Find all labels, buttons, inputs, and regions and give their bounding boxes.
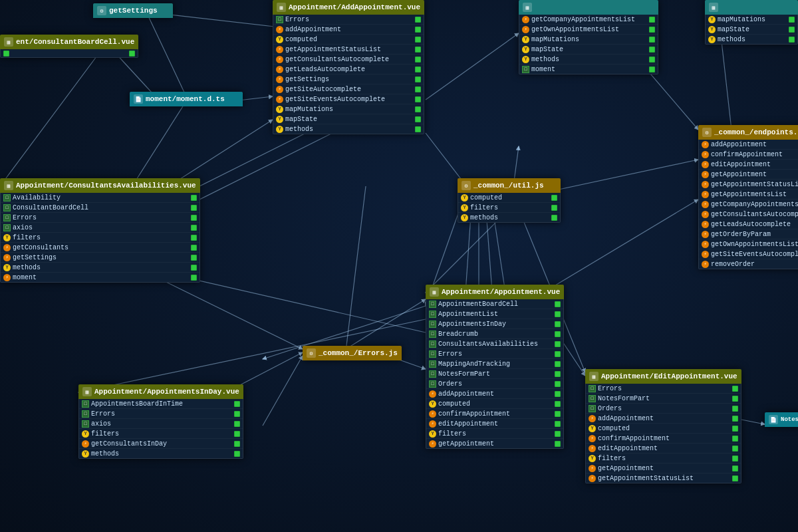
port-out: [555, 431, 561, 437]
node-commonUtil: ⚙ _common_/util.js Ycomputed Yfilters Ym…: [458, 178, 561, 223]
node-row: □NotesFormPart: [586, 394, 741, 404]
icon: □: [3, 214, 11, 221]
icon: □: [522, 66, 529, 73]
icon: ⚡: [429, 440, 436, 448]
node-body: YmapMutations YmapState Ymethods: [705, 15, 798, 45]
node-appointmentsInDay: ▦ Appointment/AppointmentsInDay.vue □App…: [78, 384, 243, 459]
port-out: [555, 331, 561, 337]
icon: ⚡: [702, 231, 709, 238]
node-header: ▦ Appointment/ConsultantsAvailabilities.…: [0, 178, 200, 193]
node-getSettings: ⚙ getSettings: [93, 3, 173, 18]
icon: ⚡: [3, 274, 11, 281]
port-out: [234, 421, 240, 427]
node-row: ⚡confirmAppointment: [586, 434, 741, 444]
icon: □: [429, 301, 436, 308]
port-out: [191, 235, 197, 241]
icon: Y: [276, 126, 283, 133]
port-out: [649, 17, 655, 23]
icon: Y: [522, 56, 529, 63]
icon: Y: [429, 430, 436, 438]
node-row: ⚡getAppointmentStatusList: [586, 473, 741, 483]
node-notesRef: 📄 Notes/NotesF...: [765, 412, 798, 427]
icon: ⚡: [276, 66, 283, 73]
port-out: [551, 215, 557, 221]
port-out: [732, 396, 738, 402]
port-out: [732, 406, 738, 412]
icon: ⚡: [589, 465, 596, 472]
node-body: □Availability □ConsultantBoardCell □Erro…: [0, 193, 200, 283]
node-row: Ymethods: [706, 35, 797, 44]
node-row: ⚡getOwnAppointmentsList: [519, 25, 658, 35]
node-row: Ymethods: [519, 55, 658, 65]
port-out: [234, 451, 240, 457]
node-body: Ycomputed Yfilters Ymethods: [458, 193, 561, 223]
node-row: ⚡getSiteAutocomplete: [273, 84, 424, 94]
node-row: □AppointmentsBoardInTime: [79, 399, 243, 409]
icon: □: [3, 194, 11, 201]
node-row: □ConsultantsAvailabilities: [426, 339, 563, 349]
node-icon: 📄: [134, 94, 143, 104]
node-row: □Errors: [79, 409, 243, 419]
node-header: ⚙ _common_/util.js: [458, 178, 561, 193]
icon: Y: [3, 264, 11, 271]
port-out: [234, 411, 240, 417]
node-row: □MappingAndTracking: [426, 359, 563, 369]
node-row: Ymethods: [273, 124, 424, 134]
port-out: [191, 265, 197, 271]
icon: ⚡: [702, 171, 709, 178]
icon: ⚡: [276, 76, 283, 83]
node-icon: ▦: [4, 181, 13, 190]
icon: Y: [276, 116, 283, 123]
port-out: [732, 386, 738, 392]
node-row: ⚡getConsultantsAutocomplete: [699, 209, 798, 219]
port-out: [191, 255, 197, 261]
port-out: [415, 96, 421, 102]
port-out: [415, 57, 421, 63]
svg-line-20: [346, 299, 426, 349]
port-out: [555, 351, 561, 357]
node-header: ⚙ _common_/Errors.js: [303, 346, 402, 360]
node-title: _common_/util.js: [473, 182, 544, 190]
port-out: [649, 47, 655, 53]
node-row: □AppointmentList: [426, 309, 563, 319]
node-icon: ⚙: [307, 348, 316, 358]
node-body: □Errors □NotesFormPart □Orders ⚡addAppoi…: [585, 384, 741, 483]
node-row: □NotesFormPart: [426, 369, 563, 379]
node-row: ⚡getLeadsAutocomplete: [699, 219, 798, 229]
icon: ⚡: [702, 261, 709, 268]
node-icon: ⚙: [702, 128, 712, 137]
port-out: [732, 436, 738, 442]
node-row: ⚡getSettings: [273, 74, 424, 84]
icon: ⚡: [3, 244, 11, 251]
node-editAppointmentVue: ▦ Appointment/EditAppointment.vue □Error…: [585, 369, 741, 483]
icon: Y: [276, 36, 283, 43]
node-body: ⚡getCompanyAppointmentsList ⚡getOwnAppoi…: [519, 15, 658, 74]
port-out: [555, 301, 561, 307]
node-row: ⚡addAppointment: [273, 25, 424, 35]
port-out: [789, 17, 795, 23]
node-row: Ymethods: [458, 213, 560, 222]
icon: ⚡: [276, 86, 283, 93]
node-row: ⚡getAppointment: [426, 439, 563, 448]
icon: Y: [708, 16, 716, 23]
node-icon: ⚙: [462, 181, 471, 190]
port-out: [234, 441, 240, 447]
diagram-canvas: ⚙ getSettings ▦ ent/ConsultantBoardCell.…: [0, 0, 798, 532]
icon: □: [429, 360, 436, 368]
node-row: □AppointmentBoardCell: [426, 299, 563, 309]
port-out: [649, 37, 655, 43]
node-title: Appointment/Appointment.vue: [442, 288, 560, 296]
port-out: [555, 441, 561, 447]
node-row: □AppointmentsInDay: [426, 319, 563, 329]
node-title: Appointment/ConsultantsAvailabilities.vu…: [16, 182, 196, 190]
icon: □: [82, 400, 89, 408]
icon: ⚡: [702, 221, 709, 228]
node-consultantBoardCell: ▦ ent/ConsultantBoardCell.vue: [0, 35, 138, 58]
icon: ⚡: [276, 46, 283, 53]
icon: ⚡: [589, 445, 596, 452]
port-out: [415, 27, 421, 33]
node-row: ⚡confirmAppointment: [426, 409, 563, 419]
node-header: ▦ Appointment/EditAppointment.vue: [585, 369, 741, 384]
node-row: YmapMutations: [706, 15, 797, 25]
node-row: Ycomputed: [273, 35, 424, 45]
